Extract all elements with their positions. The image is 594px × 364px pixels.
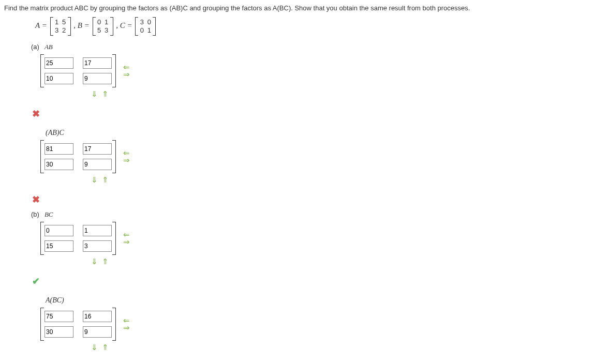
matrix-definitions: A = 15 32 , B = 01 53 , C = 30 01 [35, 17, 590, 36]
part-a-label: (a)AB [31, 43, 590, 51]
b-label: , B = [73, 21, 90, 29]
col-resize-arrows[interactable]: ⇐ ⇒ [123, 64, 130, 78]
col-resize-arrows[interactable]: ⇐ ⇒ [123, 231, 130, 246]
row-resize-arrows[interactable]: ⇓ ⇑ [40, 175, 130, 185]
c-label: , C = [116, 21, 132, 29]
bc-cell-1-1[interactable] [83, 240, 112, 252]
abc2-cell-1-0[interactable] [44, 326, 73, 338]
add-row-icon[interactable]: ⇓ [91, 89, 99, 98]
matrix-a: 15 32 [50, 17, 71, 36]
answer-abc: ⇐ ⇒ ⇓ ⇑ [40, 140, 130, 185]
feedback-icon-right: ✔ [32, 361, 590, 364]
add-column-icon[interactable]: ⇒ [123, 238, 130, 246]
ab-cell-1-0[interactable] [44, 73, 73, 84]
add-row-icon[interactable]: ⇓ [91, 343, 99, 352]
part-b-label: (b)BC [31, 210, 590, 219]
row-resize-arrows[interactable]: ⇓ ⇑ [40, 257, 130, 266]
abc2-cell-1-1[interactable] [83, 326, 112, 338]
bc-cell-0-0[interactable] [44, 225, 73, 236]
matrix-input-abc2 [40, 308, 116, 341]
abc-cell-0-0[interactable] [44, 143, 73, 155]
sub-label-abc: (AB)C [46, 129, 590, 137]
abc-cell-1-0[interactable] [44, 159, 73, 170]
col-resize-arrows[interactable]: ⇐ ⇒ [123, 149, 130, 164]
question-prompt: Find the matrix product ABC by grouping … [4, 4, 590, 12]
sub-label-abc2: A(BC) [46, 296, 590, 305]
row-resize-arrows[interactable]: ⇓ ⇑ [40, 89, 130, 99]
abc2-cell-0-1[interactable] [83, 311, 112, 322]
bc-cell-1-0[interactable] [44, 240, 73, 252]
answer-abc2: ⇐ ⇒ ⇓ ⇑ [40, 308, 130, 352]
matrix-input-ab [40, 54, 116, 87]
ab-cell-1-1[interactable] [83, 73, 112, 84]
abc2-cell-0-0[interactable] [44, 311, 73, 322]
add-row-icon[interactable]: ⇓ [91, 257, 99, 266]
remove-row-icon[interactable]: ⇑ [102, 257, 110, 266]
add-column-icon[interactable]: ⇒ [123, 157, 130, 164]
matrix-input-bc [40, 222, 116, 255]
remove-row-icon[interactable]: ⇑ [102, 343, 110, 352]
feedback-icon-wrong: ✖ [32, 108, 590, 119]
matrix-b: 01 53 [93, 17, 113, 36]
add-column-icon[interactable]: ⇒ [123, 324, 130, 331]
matrix-c: 30 01 [135, 17, 156, 36]
abc-cell-1-1[interactable] [83, 159, 112, 170]
ab-cell-0-1[interactable] [83, 57, 112, 69]
row-resize-arrows[interactable]: ⇓ ⇑ [40, 343, 130, 352]
feedback-icon-right: ✔ [32, 276, 590, 287]
answer-bc: ⇐ ⇒ ⇓ ⇑ [40, 222, 130, 266]
add-row-icon[interactable]: ⇓ [91, 175, 99, 184]
bc-cell-0-1[interactable] [83, 225, 112, 236]
remove-row-icon[interactable]: ⇑ [102, 89, 110, 98]
remove-row-icon[interactable]: ⇑ [102, 175, 110, 184]
matrix-input-abc [40, 140, 116, 173]
answer-ab: ⇐ ⇒ ⇓ ⇑ [40, 54, 130, 99]
abc-cell-0-1[interactable] [83, 143, 112, 155]
ab-cell-0-0[interactable] [44, 57, 73, 69]
col-resize-arrows[interactable]: ⇐ ⇒ [123, 317, 130, 331]
add-column-icon[interactable]: ⇒ [123, 71, 130, 78]
feedback-icon-wrong: ✖ [32, 194, 590, 205]
a-label: A = [35, 21, 47, 29]
